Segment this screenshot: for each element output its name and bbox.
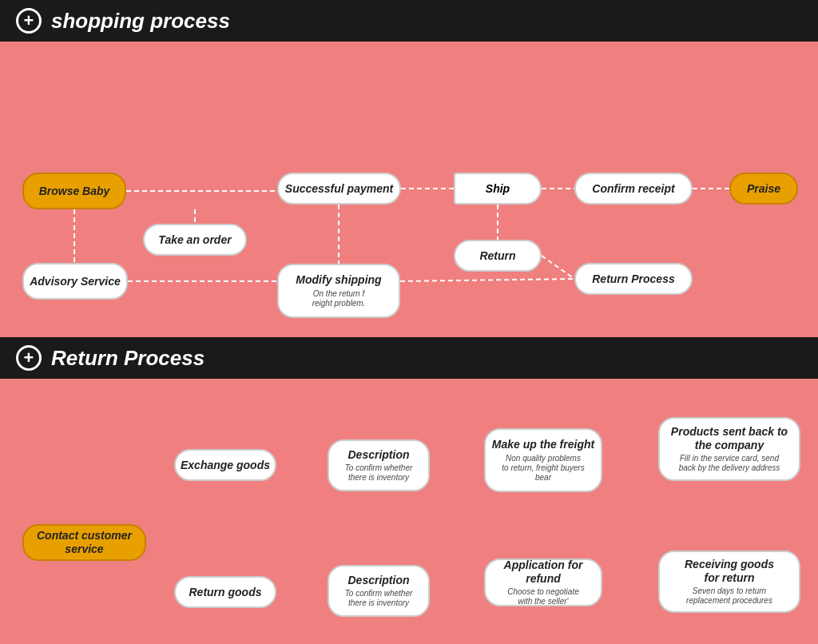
exchange-goods-label: Exchange goods: [181, 459, 270, 472]
successful-payment-node: Successful payment: [277, 173, 401, 205]
products-sent-label: Products sent back tothe company: [671, 425, 788, 452]
browse-baby-label: Browse Baby: [39, 185, 110, 198]
section1-plus-icon: +: [16, 8, 42, 34]
ship-label: Ship: [486, 182, 510, 196]
section1-header: + shopping process: [0, 0, 818, 42]
return-label: Return: [479, 249, 515, 263]
svg-line-10: [400, 279, 574, 281]
section2-header: + Return Process: [0, 337, 818, 379]
return-process-label: Return Process: [592, 272, 674, 286]
praise-node: Praise: [729, 173, 798, 205]
contact-customer-label: Contact customer service: [24, 529, 145, 556]
receiving-goods-node: Receiving goodsfor return Seven days to …: [658, 551, 800, 613]
section2-title: Return Process: [51, 346, 204, 371]
exchange-goods-node: Exchange goods: [174, 449, 276, 481]
receiving-goods-label: Receiving goodsfor return: [685, 558, 774, 585]
description-bottom-sub: To confirm whetherthere is inventory: [345, 589, 413, 608]
confirm-receipt-label: Confirm receipt: [592, 182, 674, 196]
take-order-label: Take an order: [158, 233, 231, 247]
products-sent-node: Products sent back tothe company Fill in…: [658, 417, 800, 481]
description-top-label: Description: [347, 448, 409, 462]
shopping-process-diagram: Browse Baby Advisory Service Take an ord…: [0, 42, 818, 337]
receiving-goods-sub: Seven days to returnreplacement procedur…: [686, 586, 772, 606]
confirm-receipt-node: Confirm receipt: [574, 173, 693, 205]
praise-label: Praise: [747, 182, 780, 196]
return-process-node: Return Process: [574, 263, 693, 295]
return-goods-label: Return goods: [189, 586, 262, 599]
return-node: Return: [454, 240, 542, 272]
description-top-node: Description To confirm whetherthere is i…: [328, 439, 430, 491]
browse-baby-node: Browse Baby: [22, 173, 126, 209]
section1-title: shopping process: [51, 9, 230, 34]
description-top-sub: To confirm whetherthere is inventory: [345, 463, 413, 483]
description-bottom-label: Description: [347, 574, 409, 587]
modify-shipping-sub: On the return freight problem.: [312, 289, 366, 308]
return-goods-node: Return goods: [174, 576, 276, 608]
products-sent-sub: Fill in the service card, sendback by th…: [679, 454, 780, 473]
description-bottom-node: Description To confirm whetherthere is i…: [328, 565, 430, 617]
svg-line-8: [542, 256, 574, 279]
return-process-diagram: Contact customer service Exchange goods …: [0, 379, 818, 644]
contact-customer-node: Contact customer service: [22, 524, 146, 561]
advisory-service-node: Advisory Service: [22, 263, 128, 300]
application-refund-node: Application for refund Choose to negotia…: [484, 559, 602, 606]
make-up-freight-label: Make up the freight: [492, 438, 594, 451]
take-order-node: Take an order: [143, 224, 247, 256]
make-up-freight-sub: Non quality problemsto return, freight b…: [502, 454, 584, 483]
application-refund-label: Application for refund: [486, 559, 601, 586]
modify-shipping-node: Modify shipping On the return freight pr…: [277, 264, 400, 318]
section2-plus-icon: +: [16, 345, 42, 371]
make-up-freight-node: Make up the freight Non quality problems…: [484, 428, 602, 492]
ship-node: Ship: [454, 173, 542, 205]
advisory-service-label: Advisory Service: [30, 275, 121, 288]
modify-shipping-label: Modify shipping: [296, 273, 381, 287]
application-refund-sub: Choose to negotiatewith the seller': [507, 587, 579, 606]
successful-payment-label: Successful payment: [285, 182, 393, 196]
